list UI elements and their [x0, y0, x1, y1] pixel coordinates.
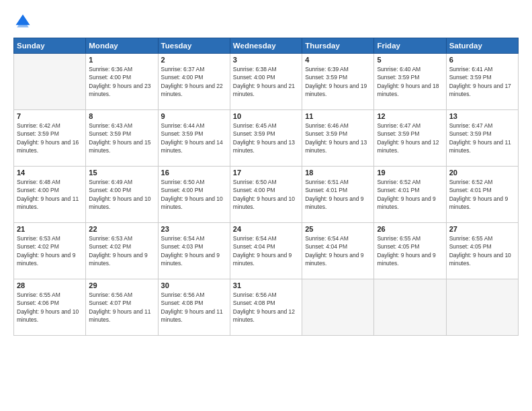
- calendar-cell: 25Sunrise: 6:54 AMSunset: 4:04 PMDayligh…: [302, 223, 374, 279]
- calendar-week-row: 28Sunrise: 6:55 AMSunset: 4:06 PMDayligh…: [14, 279, 519, 336]
- day-info: Sunrise: 6:55 AMSunset: 4:05 PMDaylight:…: [377, 234, 443, 267]
- calendar-cell: 28Sunrise: 6:55 AMSunset: 4:06 PMDayligh…: [14, 279, 86, 336]
- day-number: 31: [233, 281, 299, 289]
- weekday-header-cell: Tuesday: [158, 38, 230, 54]
- calendar-cell: 27Sunrise: 6:55 AMSunset: 4:05 PMDayligh…: [446, 223, 518, 279]
- calendar-table: SundayMondayTuesdayWednesdayThursdayFrid…: [13, 38, 519, 336]
- day-number: 15: [89, 169, 154, 177]
- calendar-week-row: 14Sunrise: 6:48 AMSunset: 4:00 PMDayligh…: [14, 167, 519, 223]
- calendar-cell: [302, 279, 374, 336]
- calendar-cell: 20Sunrise: 6:52 AMSunset: 4:01 PMDayligh…: [446, 167, 518, 223]
- weekday-header-cell: Thursday: [302, 38, 374, 54]
- logo: [13, 12, 35, 31]
- calendar-cell: 6Sunrise: 6:41 AMSunset: 3:59 PMDaylight…: [446, 54, 518, 110]
- day-number: 27: [449, 225, 515, 233]
- day-info: Sunrise: 6:50 AMSunset: 4:00 PMDaylight:…: [233, 178, 299, 211]
- day-number: 1: [89, 56, 154, 64]
- calendar-cell: 26Sunrise: 6:55 AMSunset: 4:05 PMDayligh…: [374, 223, 446, 279]
- calendar-cell: 19Sunrise: 6:52 AMSunset: 4:01 PMDayligh…: [374, 167, 446, 223]
- day-number: 25: [305, 225, 371, 233]
- calendar-body: 1Sunrise: 6:36 AMSunset: 4:00 PMDaylight…: [14, 54, 519, 336]
- weekday-header-row: SundayMondayTuesdayWednesdayThursdayFrid…: [14, 38, 519, 54]
- calendar-cell: 15Sunrise: 6:49 AMSunset: 4:00 PMDayligh…: [86, 167, 158, 223]
- page: SundayMondayTuesdayWednesdayThursdayFrid…: [0, 0, 532, 411]
- calendar-cell: [14, 54, 86, 110]
- calendar-cell: 18Sunrise: 6:51 AMSunset: 4:01 PMDayligh…: [302, 167, 374, 223]
- day-info: Sunrise: 6:52 AMSunset: 4:01 PMDaylight:…: [449, 178, 515, 211]
- day-info: Sunrise: 6:49 AMSunset: 4:00 PMDaylight:…: [89, 178, 154, 211]
- weekday-header-cell: Sunday: [14, 38, 86, 54]
- calendar-cell: 13Sunrise: 6:47 AMSunset: 3:59 PMDayligh…: [446, 110, 518, 167]
- day-number: 30: [161, 281, 227, 289]
- logo-icon: [13, 12, 32, 31]
- calendar-cell: 9Sunrise: 6:44 AMSunset: 3:59 PMDaylight…: [158, 110, 230, 167]
- calendar-cell: 17Sunrise: 6:50 AMSunset: 4:00 PMDayligh…: [230, 167, 302, 223]
- day-number: 4: [305, 56, 371, 64]
- day-info: Sunrise: 6:46 AMSunset: 3:59 PMDaylight:…: [305, 122, 371, 154]
- day-info: Sunrise: 6:53 AMSunset: 4:02 PMDaylight:…: [89, 234, 154, 267]
- day-number: 12: [377, 112, 443, 120]
- day-info: Sunrise: 6:44 AMSunset: 3:59 PMDaylight:…: [161, 122, 227, 154]
- day-info: Sunrise: 6:40 AMSunset: 3:59 PMDaylight:…: [377, 65, 443, 98]
- day-number: 18: [305, 169, 371, 177]
- day-number: 28: [17, 281, 83, 289]
- calendar-cell: 16Sunrise: 6:50 AMSunset: 4:00 PMDayligh…: [158, 167, 230, 223]
- day-info: Sunrise: 6:54 AMSunset: 4:04 PMDaylight:…: [233, 234, 299, 267]
- calendar-cell: [374, 279, 446, 336]
- weekday-header-cell: Friday: [374, 38, 446, 54]
- calendar-cell: 23Sunrise: 6:54 AMSunset: 4:03 PMDayligh…: [158, 223, 230, 279]
- day-number: 5: [377, 56, 443, 64]
- weekday-header-cell: Wednesday: [230, 38, 302, 54]
- day-info: Sunrise: 6:41 AMSunset: 3:59 PMDaylight:…: [449, 65, 515, 98]
- calendar-cell: 5Sunrise: 6:40 AMSunset: 3:59 PMDaylight…: [374, 54, 446, 110]
- calendar-cell: 11Sunrise: 6:46 AMSunset: 3:59 PMDayligh…: [302, 110, 374, 167]
- day-info: Sunrise: 6:47 AMSunset: 3:59 PMDaylight:…: [449, 122, 515, 154]
- calendar-cell: 29Sunrise: 6:56 AMSunset: 4:07 PMDayligh…: [86, 279, 158, 336]
- day-info: Sunrise: 6:52 AMSunset: 4:01 PMDaylight:…: [377, 178, 443, 211]
- calendar-cell: 3Sunrise: 6:38 AMSunset: 4:00 PMDaylight…: [230, 54, 302, 110]
- header: [13, 12, 519, 31]
- calendar-cell: 14Sunrise: 6:48 AMSunset: 4:00 PMDayligh…: [14, 167, 86, 223]
- calendar-cell: 22Sunrise: 6:53 AMSunset: 4:02 PMDayligh…: [86, 223, 158, 279]
- calendar-cell: [446, 279, 518, 336]
- day-number: 9: [161, 112, 227, 120]
- day-info: Sunrise: 6:51 AMSunset: 4:01 PMDaylight:…: [305, 178, 371, 211]
- calendar-cell: 10Sunrise: 6:45 AMSunset: 3:59 PMDayligh…: [230, 110, 302, 167]
- day-number: 7: [17, 112, 83, 120]
- calendar-cell: 7Sunrise: 6:42 AMSunset: 3:59 PMDaylight…: [14, 110, 86, 167]
- day-number: 19: [377, 169, 443, 177]
- day-info: Sunrise: 6:50 AMSunset: 4:00 PMDaylight:…: [161, 178, 227, 211]
- calendar-cell: 2Sunrise: 6:37 AMSunset: 4:00 PMDaylight…: [158, 54, 230, 110]
- day-number: 17: [233, 169, 299, 177]
- day-info: Sunrise: 6:47 AMSunset: 3:59 PMDaylight:…: [377, 122, 443, 154]
- calendar-week-row: 1Sunrise: 6:36 AMSunset: 4:00 PMDaylight…: [14, 54, 519, 110]
- day-number: 21: [17, 225, 83, 233]
- day-info: Sunrise: 6:53 AMSunset: 4:02 PMDaylight:…: [17, 234, 83, 267]
- day-number: 29: [89, 281, 154, 289]
- calendar-week-row: 7Sunrise: 6:42 AMSunset: 3:59 PMDaylight…: [14, 110, 519, 167]
- weekday-header-cell: Saturday: [446, 38, 518, 54]
- day-number: 16: [161, 169, 227, 177]
- day-info: Sunrise: 6:55 AMSunset: 4:06 PMDaylight:…: [17, 291, 83, 324]
- day-info: Sunrise: 6:56 AMSunset: 4:08 PMDaylight:…: [233, 291, 299, 324]
- day-number: 20: [449, 169, 515, 177]
- calendar-week-row: 21Sunrise: 6:53 AMSunset: 4:02 PMDayligh…: [14, 223, 519, 279]
- calendar-cell: 12Sunrise: 6:47 AMSunset: 3:59 PMDayligh…: [374, 110, 446, 167]
- day-info: Sunrise: 6:38 AMSunset: 4:00 PMDaylight:…: [233, 65, 299, 98]
- day-number: 23: [161, 225, 227, 233]
- day-number: 13: [449, 112, 515, 120]
- day-info: Sunrise: 6:56 AMSunset: 4:08 PMDaylight:…: [161, 291, 227, 324]
- day-info: Sunrise: 6:42 AMSunset: 3:59 PMDaylight:…: [17, 122, 83, 154]
- day-info: Sunrise: 6:54 AMSunset: 4:04 PMDaylight:…: [305, 234, 371, 267]
- calendar-cell: 21Sunrise: 6:53 AMSunset: 4:02 PMDayligh…: [14, 223, 86, 279]
- day-number: 2: [161, 56, 227, 64]
- day-number: 11: [305, 112, 371, 120]
- calendar-cell: 1Sunrise: 6:36 AMSunset: 4:00 PMDaylight…: [86, 54, 158, 110]
- day-number: 14: [17, 169, 83, 177]
- calendar-cell: 4Sunrise: 6:39 AMSunset: 3:59 PMDaylight…: [302, 54, 374, 110]
- day-info: Sunrise: 6:36 AMSunset: 4:00 PMDaylight:…: [89, 65, 154, 98]
- day-number: 24: [233, 225, 299, 233]
- calendar-cell: 30Sunrise: 6:56 AMSunset: 4:08 PMDayligh…: [158, 279, 230, 336]
- day-info: Sunrise: 6:55 AMSunset: 4:05 PMDaylight:…: [449, 234, 515, 267]
- day-info: Sunrise: 6:45 AMSunset: 3:59 PMDaylight:…: [233, 122, 299, 154]
